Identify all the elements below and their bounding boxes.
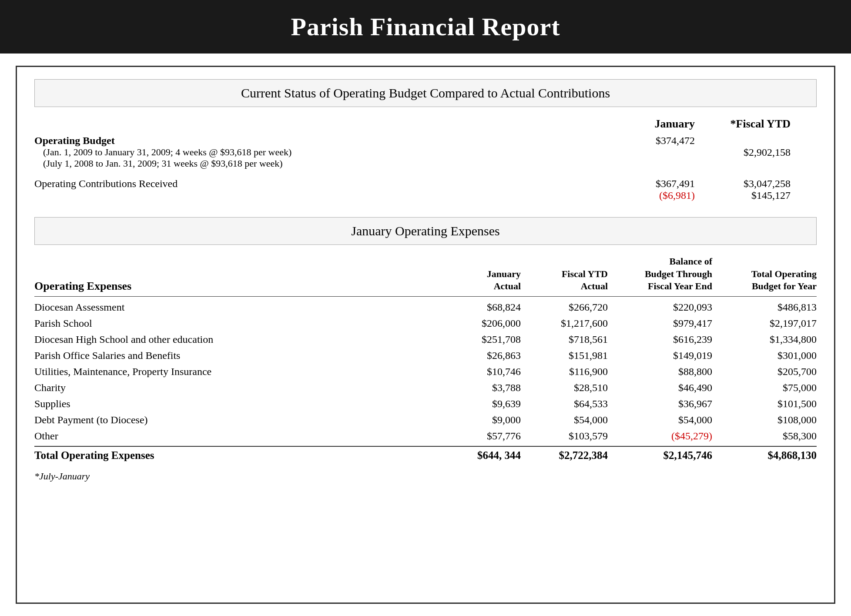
row-jan-actual: $68,824 — [434, 301, 521, 313]
row-label: Charity — [34, 382, 434, 394]
budget-sub1-label: (Jan. 1, 2009 to January 31, 2009; 4 wee… — [43, 147, 599, 158]
expenses-col-headers: Operating Expenses January Actual Fiscal… — [34, 255, 817, 297]
contrib-diff-ytd: $145,127 — [695, 190, 791, 201]
row-label: Other — [34, 430, 434, 442]
row-total-budget: $108,000 — [712, 414, 817, 426]
expense-rows-container: Diocesan Assessment$68,824$266,720$220,0… — [34, 299, 817, 444]
exp-col-jan-actual: January Actual — [434, 268, 521, 293]
expenses-section-title: January Operating Expenses — [34, 217, 817, 245]
budget-sub1-jan: $374,472 — [599, 135, 695, 147]
total-balance: $2,145,746 — [608, 449, 712, 462]
contrib-ytd-value: $3,047,258 — [695, 178, 791, 190]
row-total-budget: $58,300 — [712, 430, 817, 442]
contrib-jan-value: $367,491 — [599, 178, 695, 190]
row-label: Supplies — [34, 398, 434, 410]
table-row: Debt Payment (to Diocese)$9,000$54,000$5… — [34, 412, 817, 428]
row-jan-actual: $57,776 — [434, 430, 521, 442]
row-fiscal-ytd: $151,981 — [521, 350, 608, 362]
table-row: Other$57,776$103,579($45,279)$58,300 — [34, 428, 817, 444]
expenses-section: January Operating Expenses Operating Exp… — [34, 217, 817, 482]
row-fiscal-ytd: $103,579 — [521, 430, 608, 442]
operating-budget-label: Operating Budget — [34, 135, 599, 147]
footnote: *July-January — [34, 471, 817, 482]
row-fiscal-ytd: $718,561 — [521, 334, 608, 345]
row-jan-actual: $9,639 — [434, 398, 521, 410]
table-row: Parish School$206,000$1,217,600$979,417$… — [34, 315, 817, 331]
row-balance: $616,239 — [608, 334, 712, 345]
row-fiscal-ytd: $266,720 — [521, 301, 608, 313]
top-section: Current Status of Operating Budget Compa… — [34, 79, 817, 201]
row-total-budget: $75,000 — [712, 382, 817, 394]
exp-col-total-budget: Total Operating Budget for Year — [712, 268, 817, 293]
row-label: Debt Payment (to Diocese) — [34, 414, 434, 426]
total-row: Total Operating Expenses $644, 344 $2,72… — [34, 446, 817, 464]
row-label: Parish Office Salaries and Benefits — [34, 350, 434, 362]
row-total-budget: $205,700 — [712, 366, 817, 378]
contrib-diff-jan: ($6,981) — [599, 190, 695, 201]
exp-label-col-header: Operating Expenses — [34, 280, 434, 293]
budget-sub2-jan — [599, 147, 695, 158]
budget-sub2-label: (July 1, 2008 to Jan. 31, 2009; 31 weeks… — [43, 158, 599, 169]
contributions-section: Operating Contributions Received $367,49… — [34, 178, 817, 201]
page-title: Parish Financial Report — [17, 12, 834, 41]
total-budget: $4,868,130 — [712, 449, 817, 462]
row-label: Diocesan Assessment — [34, 301, 434, 313]
row-label: Parish School — [34, 318, 434, 329]
top-section-title: Current Status of Operating Budget Compa… — [34, 79, 817, 107]
exp-col-fiscal-ytd: Fiscal YTD Actual — [521, 268, 608, 293]
row-label: Diocesan High School and other education — [34, 334, 434, 345]
row-jan-actual: $251,708 — [434, 334, 521, 345]
row-jan-actual: $9,000 — [434, 414, 521, 426]
row-jan-actual: $3,788 — [434, 382, 521, 394]
row-balance: ($45,279) — [608, 430, 712, 442]
operating-budget-row: Operating Budget (Jan. 1, 2009 to Januar… — [34, 135, 817, 169]
row-balance: $979,417 — [608, 318, 712, 329]
row-jan-actual: $26,863 — [434, 350, 521, 362]
row-fiscal-ytd: $1,217,600 — [521, 318, 608, 329]
table-row: Utilities, Maintenance, Property Insuran… — [34, 364, 817, 380]
row-total-budget: $1,334,800 — [712, 334, 817, 345]
table-row: Parish Office Salaries and Benefits$26,8… — [34, 348, 817, 364]
row-fiscal-ytd: $54,000 — [521, 414, 608, 426]
row-total-budget: $2,197,017 — [712, 318, 817, 329]
table-row: Supplies$9,639$64,533$36,967$101,500 — [34, 396, 817, 412]
total-jan-actual: $644, 344 — [434, 449, 521, 462]
page-header: Parish Financial Report — [0, 0, 851, 54]
col-header-january: January — [599, 117, 695, 131]
main-content: Current Status of Operating Budget Compa… — [16, 66, 835, 604]
table-row: Diocesan Assessment$68,824$266,720$220,0… — [34, 299, 817, 315]
row-total-budget: $486,813 — [712, 301, 817, 313]
row-balance: $88,800 — [608, 366, 712, 378]
row-fiscal-ytd: $116,900 — [521, 366, 608, 378]
row-label: Utilities, Maintenance, Property Insuran… — [34, 366, 434, 378]
contrib-label: Operating Contributions Received — [34, 178, 599, 190]
table-row: Diocesan High School and other education… — [34, 331, 817, 348]
total-label: Total Operating Expenses — [34, 449, 434, 462]
row-total-budget: $301,000 — [712, 350, 817, 362]
row-jan-actual: $10,746 — [434, 366, 521, 378]
row-fiscal-ytd: $64,533 — [521, 398, 608, 410]
row-balance: $36,967 — [608, 398, 712, 410]
total-fiscal-ytd: $2,722,384 — [521, 449, 608, 462]
row-fiscal-ytd: $28,510 — [521, 382, 608, 394]
table-row: Charity$3,788$28,510$46,490$75,000 — [34, 380, 817, 396]
exp-col-balance: Balance of Budget Through Fiscal Year En… — [608, 255, 712, 293]
top-col-headers: January *Fiscal YTD — [34, 117, 817, 131]
col-header-fiscal-ytd: *Fiscal YTD — [695, 117, 791, 131]
row-balance: $220,093 — [608, 301, 712, 313]
budget-sub1-ytd — [695, 135, 791, 147]
row-total-budget: $101,500 — [712, 398, 817, 410]
row-balance: $149,019 — [608, 350, 712, 362]
row-balance: $46,490 — [608, 382, 712, 394]
row-balance: $54,000 — [608, 414, 712, 426]
row-jan-actual: $206,000 — [434, 318, 521, 329]
budget-sub2-ytd: $2,902,158 — [695, 147, 791, 158]
